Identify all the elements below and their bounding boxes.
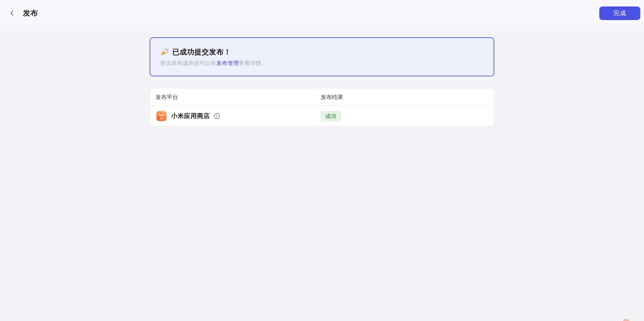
- cutoff-floating-widget: [623, 319, 630, 321]
- banner-subtitle-prefix: 首次发布成功后可以在: [160, 60, 216, 66]
- main-content: 已成功提交发布！ 首次发布成功后可以在发布管理查看详情。 发布平台 发布结果: [150, 37, 494, 126]
- success-banner: 已成功提交发布！ 首次发布成功后可以在发布管理查看详情。: [150, 37, 494, 76]
- column-header-platform: 发布平台: [156, 93, 321, 101]
- info-button[interactable]: [213, 113, 220, 119]
- table-header-row: 发布平台 发布结果: [150, 88, 494, 106]
- svg-text:mi: mi: [160, 117, 162, 120]
- back-button[interactable]: [6, 7, 18, 19]
- banner-subtitle-suffix: 查看详情。: [239, 60, 267, 66]
- publish-result-card: 发布平台 发布结果 mi: [150, 88, 494, 126]
- page-title: 发布: [23, 8, 38, 18]
- status-badge: 成功: [321, 111, 341, 121]
- xiaomi-app-store-icon: mi: [156, 110, 168, 122]
- header: 发布 完成: [0, 0, 644, 27]
- info-circle-icon: [214, 113, 220, 119]
- platform-cell: mi 小米应用商店: [156, 110, 321, 122]
- done-button[interactable]: 完成: [599, 6, 640, 20]
- party-popper-icon: [160, 48, 169, 56]
- publish-management-link[interactable]: 发布管理: [216, 60, 239, 66]
- banner-subtitle: 首次发布成功后可以在发布管理查看详情。: [160, 59, 484, 67]
- platform-name: 小米应用商店: [171, 112, 210, 120]
- chevron-left-icon: [9, 10, 16, 16]
- result-cell: 成功: [321, 111, 494, 121]
- table-row: mi 小米应用商店 成功: [150, 106, 494, 126]
- column-header-result: 发布结果: [321, 93, 494, 101]
- banner-title-line: 已成功提交发布！: [160, 47, 484, 57]
- banner-title: 已成功提交发布！: [172, 47, 231, 57]
